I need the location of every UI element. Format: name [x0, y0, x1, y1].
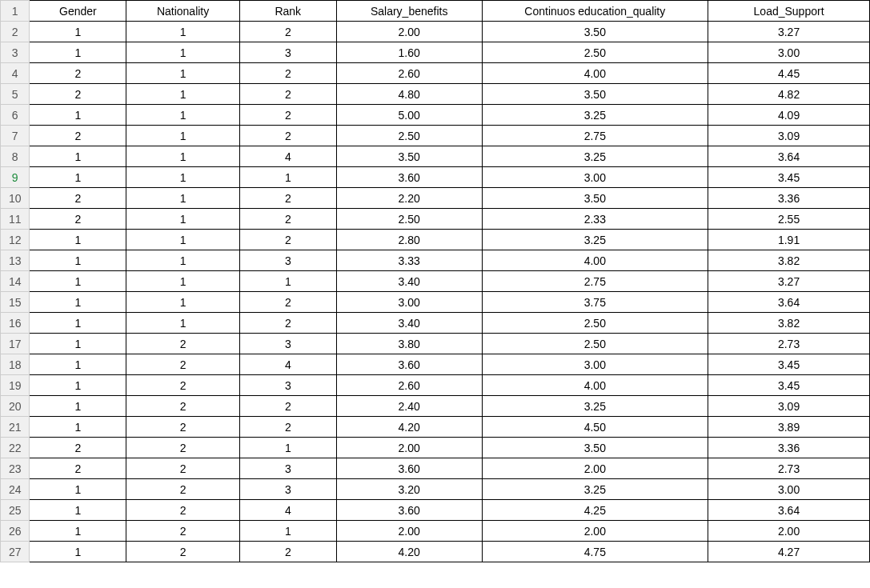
cell-nationality[interactable]: 2 [126, 417, 239, 438]
cell-salary[interactable]: 3.00 [336, 292, 482, 313]
cell-load[interactable]: 3.64 [708, 500, 870, 521]
row-number[interactable]: 11 [1, 209, 30, 230]
cell-nationality[interactable]: 2 [126, 479, 239, 500]
row-number[interactable]: 16 [1, 313, 30, 334]
cell-load[interactable]: 2.55 [708, 209, 870, 230]
cell-gender[interactable]: 1 [30, 375, 126, 396]
cell-salary[interactable]: 3.60 [336, 354, 482, 375]
cell-load[interactable]: 4.82 [708, 84, 870, 105]
cell-nationality[interactable]: 1 [126, 209, 239, 230]
cell-rank[interactable]: 2 [239, 417, 336, 438]
row-number[interactable]: 25 [1, 500, 30, 521]
cell-rank[interactable]: 2 [239, 542, 336, 562]
cell-rank[interactable]: 3 [239, 334, 336, 354]
cell-salary[interactable]: 4.20 [336, 542, 482, 562]
cell-edu[interactable]: 3.50 [482, 188, 708, 209]
cell-salary[interactable]: 4.20 [336, 417, 482, 438]
cell-gender[interactable]: 1 [30, 417, 126, 438]
cell-nationality[interactable]: 1 [126, 167, 239, 188]
cell-gender[interactable]: 1 [30, 230, 126, 250]
cell-rank[interactable]: 3 [239, 250, 336, 271]
cell-load[interactable]: 3.36 [708, 188, 870, 209]
cell-load[interactable]: 3.45 [708, 354, 870, 375]
column-header-edu[interactable]: Continuos education_quality [482, 1, 708, 22]
cell-gender[interactable]: 2 [30, 458, 126, 479]
row-number[interactable]: 23 [1, 458, 30, 479]
cell-edu[interactable]: 2.50 [482, 313, 708, 334]
row-number[interactable]: 7 [1, 126, 30, 146]
cell-gender[interactable]: 1 [30, 292, 126, 313]
cell-edu[interactable]: 4.00 [482, 375, 708, 396]
cell-load[interactable]: 3.00 [708, 42, 870, 63]
row-number[interactable]: 12 [1, 230, 30, 250]
cell-rank[interactable]: 2 [239, 63, 336, 84]
cell-edu[interactable]: 2.50 [482, 42, 708, 63]
cell-load[interactable]: 3.00 [708, 479, 870, 500]
row-number[interactable]: 10 [1, 188, 30, 209]
cell-edu[interactable]: 2.75 [482, 271, 708, 292]
cell-edu[interactable]: 3.50 [482, 22, 708, 42]
cell-load[interactable]: 3.89 [708, 417, 870, 438]
cell-salary[interactable]: 3.60 [336, 458, 482, 479]
cell-gender[interactable]: 1 [30, 396, 126, 417]
cell-rank[interactable]: 2 [239, 209, 336, 230]
cell-salary[interactable]: 3.60 [336, 167, 482, 188]
row-number[interactable]: 3 [1, 42, 30, 63]
column-header-gender[interactable]: Gender [30, 1, 126, 22]
cell-load[interactable]: 2.00 [708, 521, 870, 542]
row-number[interactable]: 19 [1, 375, 30, 396]
row-number[interactable]: 4 [1, 63, 30, 84]
cell-gender[interactable]: 1 [30, 521, 126, 542]
cell-nationality[interactable]: 1 [126, 84, 239, 105]
cell-nationality[interactable]: 2 [126, 375, 239, 396]
cell-load[interactable]: 3.09 [708, 396, 870, 417]
cell-gender[interactable]: 2 [30, 438, 126, 458]
cell-salary[interactable]: 2.40 [336, 396, 482, 417]
cell-salary[interactable]: 2.50 [336, 209, 482, 230]
cell-load[interactable]: 4.27 [708, 542, 870, 562]
cell-rank[interactable]: 3 [239, 375, 336, 396]
cell-edu[interactable]: 3.25 [482, 105, 708, 126]
cell-load[interactable]: 3.45 [708, 167, 870, 188]
cell-salary[interactable]: 2.00 [336, 438, 482, 458]
row-number[interactable]: 18 [1, 354, 30, 375]
column-header-rank[interactable]: Rank [239, 1, 336, 22]
row-number[interactable]: 27 [1, 542, 30, 562]
cell-gender[interactable]: 1 [30, 146, 126, 167]
cell-edu[interactable]: 2.75 [482, 126, 708, 146]
cell-salary[interactable]: 2.60 [336, 63, 482, 84]
cell-salary[interactable]: 2.60 [336, 375, 482, 396]
row-number[interactable]: 15 [1, 292, 30, 313]
cell-rank[interactable]: 2 [239, 292, 336, 313]
row-number[interactable]: 5 [1, 84, 30, 105]
cell-salary[interactable]: 3.60 [336, 500, 482, 521]
cell-nationality[interactable]: 2 [126, 438, 239, 458]
cell-load[interactable]: 3.64 [708, 146, 870, 167]
cell-rank[interactable]: 1 [239, 438, 336, 458]
cell-edu[interactable]: 3.25 [482, 396, 708, 417]
cell-gender[interactable]: 1 [30, 542, 126, 562]
cell-nationality[interactable]: 2 [126, 334, 239, 354]
cell-load[interactable]: 4.09 [708, 105, 870, 126]
cell-nationality[interactable]: 1 [126, 22, 239, 42]
cell-edu[interactable]: 3.00 [482, 354, 708, 375]
cell-salary[interactable]: 2.20 [336, 188, 482, 209]
cell-edu[interactable]: 4.25 [482, 500, 708, 521]
cell-edu[interactable]: 2.33 [482, 209, 708, 230]
cell-salary[interactable]: 2.80 [336, 230, 482, 250]
cell-edu[interactable]: 2.00 [482, 521, 708, 542]
cell-nationality[interactable]: 1 [126, 230, 239, 250]
cell-load[interactable]: 2.73 [708, 334, 870, 354]
cell-gender[interactable]: 1 [30, 500, 126, 521]
row-number[interactable]: 8 [1, 146, 30, 167]
cell-salary[interactable]: 3.50 [336, 146, 482, 167]
column-header-load[interactable]: Load_Support [708, 1, 870, 22]
cell-gender[interactable]: 2 [30, 209, 126, 230]
cell-edu[interactable]: 2.50 [482, 334, 708, 354]
cell-nationality[interactable]: 1 [126, 42, 239, 63]
cell-edu[interactable]: 4.00 [482, 250, 708, 271]
cell-salary[interactable]: 3.40 [336, 271, 482, 292]
cell-rank[interactable]: 2 [239, 188, 336, 209]
cell-nationality[interactable]: 1 [126, 105, 239, 126]
cell-load[interactable]: 3.09 [708, 126, 870, 146]
